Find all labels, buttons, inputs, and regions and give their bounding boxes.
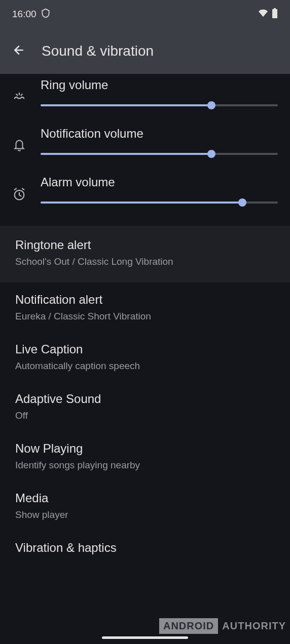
notification-volume-label: Notification volume (41, 127, 278, 141)
alarm-volume-row: Alarm volume (0, 175, 290, 204)
bell-icon (12, 139, 26, 152)
now-playing-subtitle: Identify songs playing nearby (15, 460, 275, 471)
wifi-icon (258, 9, 269, 20)
notification-alert-item[interactable]: Notification alert Eureka / Classic Shor… (0, 283, 290, 332)
media-title: Media (15, 491, 275, 505)
adaptive-sound-subtitle: Off (15, 410, 275, 421)
alarm-icon (12, 187, 26, 202)
notification-volume-slider[interactable] (41, 153, 278, 155)
ringtone-alert-item[interactable]: Ringtone alert School's Out / Classic Lo… (0, 226, 290, 283)
now-playing-item[interactable]: Now Playing Identify songs playing nearb… (0, 431, 290, 481)
live-caption-title: Live Caption (15, 342, 275, 356)
back-icon[interactable] (12, 44, 25, 59)
vibration-haptics-title: Vibration & haptics (15, 541, 275, 555)
app-header: Sound & vibration (0, 28, 290, 74)
live-caption-item[interactable]: Live Caption Automatically caption speec… (0, 332, 290, 382)
adaptive-sound-title: Adaptive Sound (15, 392, 275, 406)
status-time: 16:00 (12, 9, 37, 20)
media-subtitle: Show player (15, 509, 275, 520)
adaptive-sound-item[interactable]: Adaptive Sound Off (0, 382, 290, 431)
live-caption-subtitle: Automatically caption speech (15, 360, 275, 372)
svg-rect-0 (272, 9, 277, 18)
nav-indicator[interactable] (102, 636, 188, 639)
now-playing-title: Now Playing (15, 441, 275, 456)
notification-alert-title: Notification alert (15, 293, 275, 307)
page-title: Sound & vibration (42, 43, 154, 59)
svg-rect-1 (274, 8, 276, 9)
ring-icon (12, 90, 26, 105)
watermark: ANDROID AUTHORITY (159, 618, 290, 634)
ringtone-alert-title: Ringtone alert (15, 238, 275, 252)
ring-volume-label: Ring volume (41, 78, 278, 92)
notification-volume-row: Notification volume (0, 127, 290, 155)
ring-volume-slider[interactable] (41, 104, 278, 106)
watermark-text: AUTHORITY (218, 618, 290, 634)
volume-sliders: Ring volume Notification volume Alarm vo… (0, 74, 290, 226)
watermark-box: ANDROID (159, 618, 218, 634)
notification-alert-subtitle: Eureka / Classic Short Vibration (15, 311, 275, 322)
battery-icon (272, 8, 278, 21)
alarm-volume-label: Alarm volume (41, 175, 278, 189)
status-bar: 16:00 (0, 0, 290, 28)
media-item[interactable]: Media Show player (0, 481, 290, 531)
vibration-haptics-item[interactable]: Vibration & haptics (0, 531, 290, 562)
ring-volume-row: Ring volume (0, 78, 290, 106)
ringtone-alert-subtitle: School's Out / Classic Long Vibration (15, 256, 275, 267)
vpn-icon (41, 8, 51, 21)
alarm-volume-slider[interactable] (41, 202, 278, 204)
